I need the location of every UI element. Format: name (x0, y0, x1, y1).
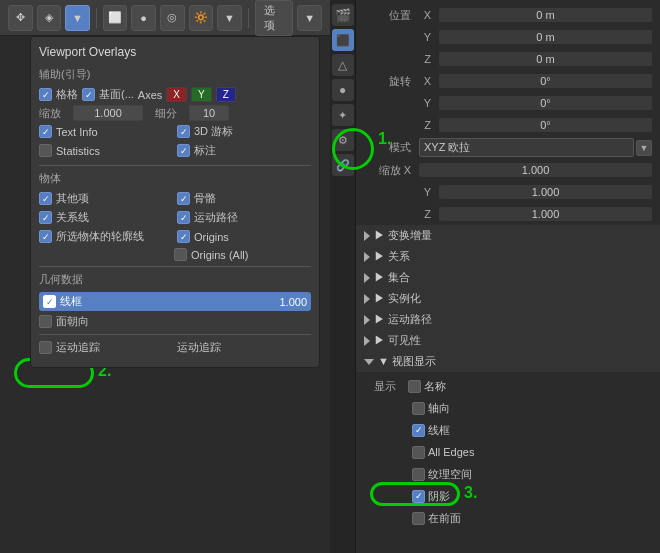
wireframe-checkbox[interactable] (43, 295, 56, 308)
relations-group[interactable]: ▶ 关系 (356, 246, 660, 267)
in-front-cb-wrap: 在前面 (412, 511, 461, 526)
extras-checkbox[interactable] (39, 192, 52, 205)
motion-track-cb1[interactable] (39, 341, 52, 354)
texture-space-checkbox[interactable] (412, 468, 425, 481)
prop-icon-particles[interactable]: ✦ (332, 104, 354, 126)
guides-label: 辅助(引导) (39, 67, 311, 82)
x-axis-btn[interactable]: X (166, 87, 187, 102)
pos-y-row: Y 0 m (356, 26, 660, 48)
toolbar-cursor-btn[interactable]: ✥ (8, 5, 33, 31)
objects-label: 物体 (39, 171, 311, 186)
statistics-checkbox[interactable] (39, 144, 52, 157)
annotations-checkbox[interactable] (177, 144, 190, 157)
text-info-row: Text Info (39, 124, 173, 139)
wireframe-right-checkbox[interactable] (412, 424, 425, 437)
subdivisions-input[interactable] (189, 105, 229, 121)
prop-icon-scene[interactable]: 🎬 (332, 4, 354, 26)
motion-group[interactable]: ▶ 运动路径 (356, 309, 660, 330)
instances-group[interactable]: ▶ 实例化 (356, 288, 660, 309)
motion-paths-label: 运动路径 (194, 210, 238, 225)
grid-checkbox[interactable] (39, 88, 52, 101)
toolbar-solid-btn[interactable]: ● (131, 5, 156, 31)
cursor-3d-row: 3D 游标 (177, 124, 311, 139)
pos-z-value[interactable]: 0 m (439, 52, 652, 66)
visibility-label: ▶ 可见性 (374, 333, 421, 348)
toolbar-more-btn[interactable]: ▼ (217, 5, 242, 31)
all-edges-checkbox[interactable] (412, 446, 425, 459)
toolbar-dropdown-btn[interactable]: ▼ (65, 5, 90, 31)
name-label: 名称 (424, 379, 446, 394)
objects-row1: 其他项 骨骼 (39, 191, 311, 208)
mode-dropdown[interactable]: XYZ 欧拉 (419, 138, 634, 157)
in-front-row: 在前面 (364, 507, 652, 529)
toolbar-rendered-btn[interactable]: 🔆 (189, 5, 214, 31)
shadow-cb-wrap: 阴影 (412, 489, 450, 504)
top-toolbar: ✥ ◈ ▼ ⬜ ● ◎ 🔆 ▼ 选项 ▼ (0, 0, 330, 36)
subdivisions-label: 细分 (155, 106, 185, 121)
grid-label: 格格 (56, 87, 78, 102)
prop-icon-material[interactable]: ● (332, 79, 354, 101)
scale-x-value[interactable]: 1.000 (419, 163, 652, 177)
face-orient-row: 面朝向 (39, 314, 311, 329)
toolbar-view-btn[interactable]: ⬜ (103, 5, 128, 31)
y-axis-btn[interactable]: Y (191, 87, 212, 102)
visibility-group[interactable]: ▶ 可见性 (356, 330, 660, 351)
z-axis-btn[interactable]: Z (216, 87, 236, 102)
prop-icon-physics[interactable]: ⚙ (332, 129, 354, 151)
pos-y-label: Y (419, 31, 439, 43)
face-orient-checkbox[interactable] (39, 315, 52, 328)
transform-group[interactable]: ▶ 变换增量 (356, 225, 660, 246)
properties-content: 位置 X 0 m Y 0 m Z 0 m 旋转 X 0° Y 0° Z 0° (356, 4, 660, 532)
toolbar-select-btn[interactable]: ◈ (37, 5, 62, 31)
shadow-checkbox[interactable] (412, 490, 425, 503)
base-checkbox[interactable] (82, 88, 95, 101)
rot-x-label: X (419, 75, 439, 87)
name-checkbox[interactable] (408, 380, 421, 393)
position-label: 位置 (364, 8, 419, 23)
visibility-arrow (364, 336, 370, 346)
pos-x-value[interactable]: 0 m (439, 8, 652, 22)
bones-label: 骨骼 (194, 191, 216, 206)
axis-checkbox[interactable] (412, 402, 425, 415)
axis-cb-wrap: 轴向 (412, 401, 450, 416)
mode-label: 模式 (364, 140, 419, 155)
origins-checkbox[interactable] (177, 230, 190, 243)
rot-y-row: Y 0° (356, 92, 660, 114)
in-front-checkbox[interactable] (412, 512, 425, 525)
prop-icon-constraints[interactable]: 🔗 (332, 154, 354, 176)
face-orient-label: 面朝向 (56, 314, 89, 329)
collections-label: ▶ 集合 (374, 270, 410, 285)
scale-y-value[interactable]: 1.000 (439, 185, 652, 199)
outline-row: 所选物体的轮廓线 (39, 229, 173, 244)
origins-all-checkbox[interactable] (174, 248, 187, 261)
extras-label: 其他项 (56, 191, 89, 206)
cursor-3d-checkbox[interactable] (177, 125, 190, 138)
bones-row: 骨骼 (177, 191, 311, 206)
rot-y-value[interactable]: 0° (439, 96, 652, 110)
rot-x-value[interactable]: 0° (439, 74, 652, 88)
scale-input[interactable] (73, 105, 143, 121)
wireframe-label: 线框 (60, 294, 82, 309)
transform-arrow (364, 231, 370, 241)
toolbar-render-btn[interactable]: ◎ (160, 5, 185, 31)
options-button[interactable]: 选项 (255, 0, 294, 36)
scale-row: 缩放 细分 (39, 105, 311, 121)
viewport-display-label: ▼ 视图显示 (378, 354, 436, 369)
cursor-3d-label: 3D 游标 (194, 124, 233, 139)
motion-paths-checkbox[interactable] (177, 211, 190, 224)
rotation-label: 旋转 (364, 74, 419, 89)
prop-icon-mesh[interactable]: △ (332, 54, 354, 76)
mode-arrow[interactable]: ▼ (636, 140, 652, 156)
scale-z-value[interactable]: 1.000 (439, 207, 652, 221)
text-info-checkbox[interactable] (39, 125, 52, 138)
rel-lines-checkbox[interactable] (39, 211, 52, 224)
collections-group[interactable]: ▶ 集合 (356, 267, 660, 288)
pos-y-value[interactable]: 0 m (439, 30, 652, 44)
bones-checkbox[interactable] (177, 192, 190, 205)
viewport-display-group[interactable]: ▼ 视图显示 (356, 351, 660, 372)
outline-checkbox[interactable] (39, 230, 52, 243)
rot-z-value[interactable]: 0° (439, 118, 652, 132)
prop-icon-object[interactable]: ⬛ (332, 29, 354, 51)
texture-space-cb-wrap: 纹理空间 (412, 467, 472, 482)
options-arrow[interactable]: ▼ (297, 5, 322, 31)
